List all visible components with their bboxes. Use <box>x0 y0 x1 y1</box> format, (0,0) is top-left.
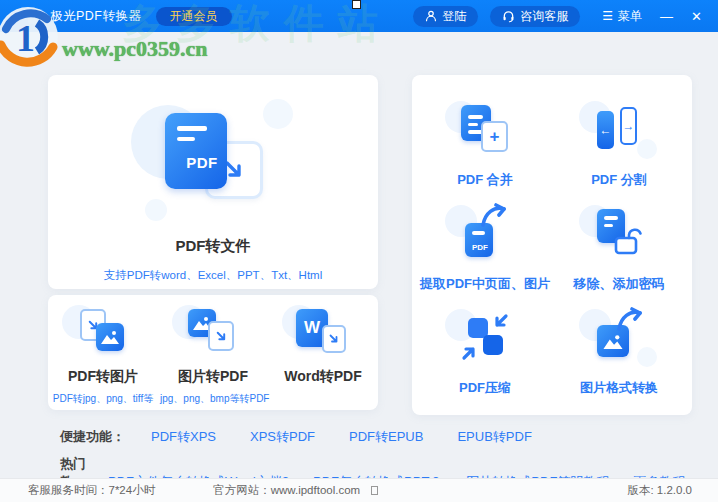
customer-service-button[interactable]: 咨询客服 <box>490 6 580 27</box>
pdf-merge-label: PDF 合并 <box>457 171 513 189</box>
compress-arrows-icon <box>459 311 511 363</box>
hamburger-icon: ☰ <box>602 9 613 23</box>
pdf-to-image-label: PDF转图片 <box>50 368 156 386</box>
pdf-to-file-icon: PDF <box>147 113 279 211</box>
pdf-extract-item[interactable]: PDF 提取PDF中页面、图片 <box>418 193 552 297</box>
minimize-button[interactable]: — <box>660 10 673 23</box>
word-to-pdf-item[interactable]: W Word转PDF <box>270 309 376 392</box>
image-icon <box>100 329 120 345</box>
curved-arrow-icon <box>481 203 511 227</box>
link-pdf-to-xps[interactable]: PDF转XPS <box>151 428 216 446</box>
watermark-artifact-footer <box>371 486 378 495</box>
pdf-compress-item[interactable]: PDF压缩 <box>418 297 552 401</box>
image-to-pdf-item[interactable]: 图片转PDF jpg、png、bmp等转PDF <box>160 309 266 406</box>
watermark-artifact-square <box>352 0 361 9</box>
link-epub-to-pdf[interactable]: EPUB转PDF <box>457 428 531 446</box>
pdf-to-image-item[interactable]: PDF转图片 PDF转jpg、png、tiff等 <box>50 309 156 406</box>
image-to-pdf-icon <box>184 309 242 359</box>
pdf-compress-label: PDF压缩 <box>459 379 511 397</box>
pdf-password-label: 移除、添加密码 <box>574 275 665 293</box>
status-bar: 客服服务时间：7*24小时 官方网站：www.ipdftool.com 版本: … <box>0 478 718 502</box>
pdf-to-file-title: PDF转文件 <box>48 237 378 256</box>
open-vip-label: 开通会员 <box>170 8 218 25</box>
word-to-pdf-icon: W <box>294 309 352 359</box>
menu-label: 菜单 <box>618 8 642 25</box>
pdf-password-item[interactable]: 移除、添加密码 <box>552 193 686 297</box>
pdf-mini-label: PDF <box>472 243 493 252</box>
headset-icon <box>502 10 515 23</box>
official-site-text: 官方网站：www.ipdftool.com <box>213 483 360 498</box>
open-padlock-icon <box>613 225 645 257</box>
pdf-extract-label: 提取PDF中页面、图片 <box>420 275 550 293</box>
login-label: 登陆 <box>442 8 466 25</box>
menu-button[interactable]: ☰ 菜单 <box>602 8 642 25</box>
image-format-item[interactable]: 图片格式转换 <box>552 297 686 401</box>
pdf-extract-icon: PDF <box>453 207 517 263</box>
curved-arrow-icon <box>617 307 647 331</box>
quick-convert-card: PDF转图片 PDF转jpg、png、tiff等 图片转PDF <box>48 295 378 410</box>
pdf-split-item[interactable]: ← → PDF 分割 <box>552 89 686 193</box>
link-pdf-to-epub[interactable]: PDF转EPUB <box>349 428 423 446</box>
word-to-pdf-label: Word转PDF <box>270 368 376 386</box>
image-format-label: 图片格式转换 <box>580 379 658 397</box>
image-icon <box>602 333 624 350</box>
app-title: 极光PDF转换器 <box>50 8 142 25</box>
star-icon: ★ <box>31 11 39 21</box>
arrow-down-right-icon <box>215 330 228 343</box>
person-icon <box>425 10 437 22</box>
pdf-converter-window: ★ 极光PDF转换器 开通会员 登陆 咨询客服 ☰ 菜单 — ✕ 多 <box>0 0 718 502</box>
pdf-to-file-card[interactable]: PDF PDF转文件 支持PDF转word、Excel、PPT、Txt、Html <box>48 75 378 289</box>
image-format-icon <box>587 311 651 367</box>
image-to-pdf-formats: jpg、png、bmp等转PDF <box>160 392 266 406</box>
pdf-compress-icon <box>453 311 517 367</box>
login-button[interactable]: 登陆 <box>413 6 478 27</box>
split-right-icon: → <box>620 107 637 145</box>
close-button[interactable]: ✕ <box>691 10 702 23</box>
pdf-merge-item[interactable]: + PDF 合并 <box>418 89 552 193</box>
split-left-icon: ← <box>597 111 614 149</box>
word-doc-label: W <box>304 318 320 338</box>
pdf-doc-label: PDF <box>177 154 227 171</box>
link-xps-to-pdf[interactable]: XPS转PDF <box>250 428 315 446</box>
service-time-text: 客服服务时间：7*24小时 <box>28 483 155 498</box>
arrow-down-right-icon <box>328 333 340 345</box>
tools-card: + PDF 合并 ← → PDF 分割 PDF <box>412 75 692 415</box>
pdf-to-image-formats: PDF转jpg、png、tiff等 <box>50 392 156 406</box>
watermark-site-url: www.pc0359.cn <box>62 36 207 62</box>
pdf-to-file-subtitle: 支持PDF转word、Excel、PPT、Txt、Html <box>48 268 378 283</box>
plus-icon: + <box>490 128 500 145</box>
quick-links-label: 便捷功能： <box>60 428 125 446</box>
quick-links-row: 便捷功能： PDF转XPS XPS转PDF PDF转EPUB EPUB转PDF <box>60 428 566 446</box>
pdf-password-icon <box>587 207 651 263</box>
pdf-doc-icon: PDF <box>165 113 227 189</box>
pdf-split-label: PDF 分割 <box>591 171 647 189</box>
app-logo-icon: ★ <box>28 9 43 24</box>
open-vip-button[interactable]: 开通会员 <box>156 7 232 26</box>
pdf-to-image-icon <box>74 309 132 359</box>
image-to-pdf-label: 图片转PDF <box>160 368 266 386</box>
pdf-merge-icon: + <box>453 103 517 159</box>
version-text: 版本: 1.2.0.0 <box>627 483 692 498</box>
customer-service-label: 咨询客服 <box>520 8 568 25</box>
pdf-split-icon: ← → <box>587 103 651 159</box>
